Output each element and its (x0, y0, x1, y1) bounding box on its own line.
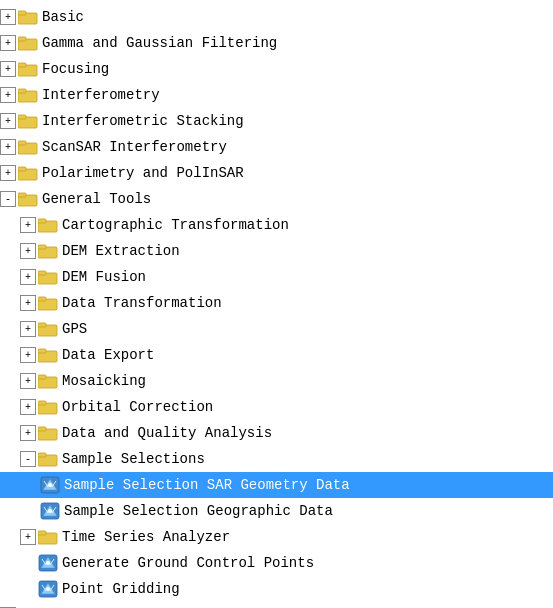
svg-point-38 (48, 483, 52, 487)
folder-icon-dataexport (38, 347, 58, 363)
svg-rect-33 (38, 427, 46, 431)
svg-rect-1 (18, 11, 26, 15)
svg-rect-23 (38, 297, 46, 301)
expand-mosaicking[interactable]: + (20, 373, 36, 389)
folder-icon-basic (18, 9, 38, 25)
tree-item-datatrans[interactable]: + Data Transformation (0, 290, 553, 316)
sar-icon-gcp (38, 554, 58, 572)
tree-item-gcp[interactable]: Generate Ground Control Points (0, 550, 553, 576)
label-dataexport: Data Export (62, 347, 154, 363)
folder-icon-gps (38, 321, 58, 337)
tree-item-timeseries[interactable]: + Time Series Analyzer (0, 524, 553, 550)
label-dataqual: Data and Quality Analysis (62, 425, 272, 441)
folder-icon-dataqual (38, 425, 58, 441)
folder-icon-interfstack (18, 113, 38, 129)
tree-item-sargeo[interactable]: Sample Selection Geographic Data (0, 498, 553, 524)
tree-item-interferometry[interactable]: + Interferometry (0, 82, 553, 108)
tree-item-pointgrid[interactable]: Point Gridding (0, 576, 553, 602)
label-gamma: Gamma and Gaussian Filtering (42, 35, 277, 51)
svg-rect-13 (18, 167, 26, 171)
folder-icon-demfus (38, 269, 58, 285)
label-scansar: ScanSAR Interferometry (42, 139, 227, 155)
label-demfus: DEM Fusion (62, 269, 146, 285)
folder-icon-samplesel (38, 451, 58, 467)
svg-rect-5 (18, 63, 26, 67)
tree-item-basic[interactable]: + Basic (0, 4, 553, 30)
folder-icon-demext (38, 243, 58, 259)
tree-item-gps[interactable]: + GPS (0, 316, 553, 342)
expand-polar[interactable]: + (0, 165, 16, 181)
tree-item-demext[interactable]: + DEM Extraction (0, 238, 553, 264)
expand-scansar[interactable]: + (0, 139, 16, 155)
tree-item-orbital[interactable]: + Orbital Correction (0, 394, 553, 420)
expand-demext[interactable]: + (20, 243, 36, 259)
svg-point-50 (46, 561, 50, 565)
expand-basic[interactable]: + (0, 9, 16, 25)
label-focusing: Focusing (42, 61, 109, 77)
label-gcp: Generate Ground Control Points (62, 555, 314, 571)
folder-icon-polar (18, 165, 38, 181)
label-gps: GPS (62, 321, 87, 337)
expand-timeseries[interactable]: + (20, 529, 36, 545)
expand-gamma[interactable]: + (0, 35, 16, 51)
tree-item-sargeom[interactable]: Sample Selection SAR Geometry Data (0, 472, 553, 498)
tree-item-dataqual[interactable]: + Data and Quality Analysis (0, 420, 553, 446)
folder-icon-cartographic (38, 217, 58, 233)
tree-item-polar[interactable]: + Polarimetry and PolInSAR (0, 160, 553, 186)
expand-samplesel[interactable]: - (20, 451, 36, 467)
tree-item-cartographic[interactable]: + Cartographic Transformation (0, 212, 553, 238)
svg-point-43 (48, 509, 52, 513)
label-sargeo: Sample Selection Geographic Data (64, 503, 333, 519)
tree-item-gamma[interactable]: + Gamma and Gaussian Filtering (0, 30, 553, 56)
tree-container: + Basic + Gamma and Gaussian Filtering +… (0, 0, 553, 608)
sar-icon-sargeom (40, 476, 60, 494)
tree-item-dataexport[interactable]: + Data Export (0, 342, 553, 368)
folder-icon-gamma (18, 35, 38, 51)
label-orbital: Orbital Correction (62, 399, 213, 415)
label-datatrans: Data Transformation (62, 295, 222, 311)
folder-icon-mosaicking (38, 373, 58, 389)
label-basic: Basic (42, 9, 84, 25)
tree-item-sarscape[interactable]: + SARscape Task-IDL Scripting Modeler (0, 602, 553, 608)
tree-item-mosaicking[interactable]: + Mosaicking (0, 368, 553, 394)
label-samplesel: Sample Selections (62, 451, 205, 467)
sar-icon-pointgrid (38, 580, 58, 598)
expand-interferometry[interactable]: + (0, 87, 16, 103)
expand-demfus[interactable]: + (20, 269, 36, 285)
svg-rect-31 (38, 401, 46, 405)
expand-dataqual[interactable]: + (20, 425, 36, 441)
expand-cartographic[interactable]: + (20, 217, 36, 233)
svg-rect-15 (18, 193, 26, 197)
svg-rect-27 (38, 349, 46, 353)
label-interfstack: Interferometric Stacking (42, 113, 244, 129)
tree-item-demfus[interactable]: + DEM Fusion (0, 264, 553, 290)
folder-icon-focusing (18, 61, 38, 77)
tree-item-scansar[interactable]: + ScanSAR Interferometry (0, 134, 553, 160)
expand-datatrans[interactable]: + (20, 295, 36, 311)
tree-item-samplesel[interactable]: - Sample Selections (0, 446, 553, 472)
svg-rect-35 (38, 453, 46, 457)
label-mosaicking: Mosaicking (62, 373, 146, 389)
svg-rect-11 (18, 141, 26, 145)
svg-rect-19 (38, 245, 46, 249)
expand-orbital[interactable]: + (20, 399, 36, 415)
expand-gentools[interactable]: - (0, 191, 16, 207)
tree-item-interfstack[interactable]: + Interferometric Stacking (0, 108, 553, 134)
tree-item-gentools[interactable]: - General Tools (0, 186, 553, 212)
label-polar: Polarimetry and PolInSAR (42, 165, 244, 181)
folder-icon-interferometry (18, 87, 38, 103)
expand-interfstack[interactable]: + (0, 113, 16, 129)
svg-rect-25 (38, 323, 46, 327)
expand-gps[interactable]: + (20, 321, 36, 337)
folder-icon-gentools (18, 191, 38, 207)
svg-rect-17 (38, 219, 46, 223)
sar-icon-sargeo (40, 502, 60, 520)
svg-rect-3 (18, 37, 26, 41)
folder-icon-scansar (18, 139, 38, 155)
label-pointgrid: Point Gridding (62, 581, 180, 597)
tree-item-focusing[interactable]: + Focusing (0, 56, 553, 82)
svg-rect-9 (18, 115, 26, 119)
folder-icon-datatrans (38, 295, 58, 311)
expand-dataexport[interactable]: + (20, 347, 36, 363)
expand-focusing[interactable]: + (0, 61, 16, 77)
